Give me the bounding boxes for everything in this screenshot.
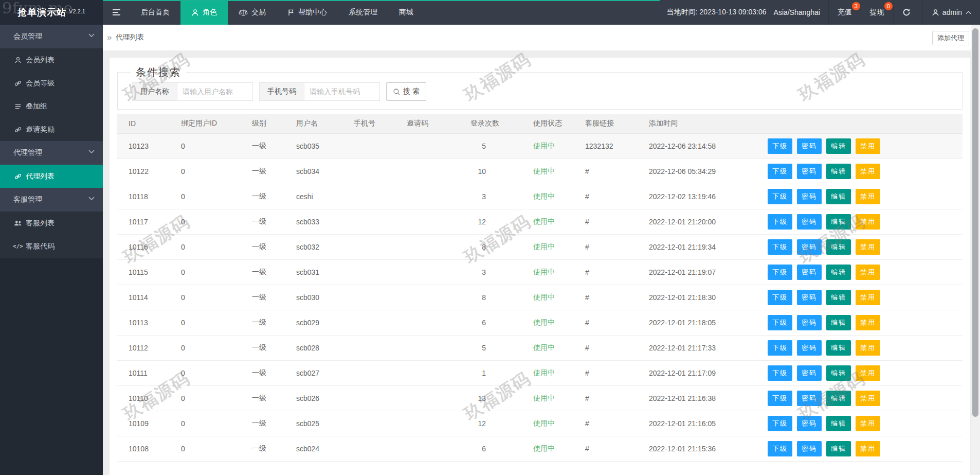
- action-button-编辑[interactable]: 编辑: [826, 164, 851, 179]
- action-button-密码[interactable]: 密码: [797, 290, 822, 305]
- action-button-禁用[interactable]: 禁用: [856, 441, 880, 456]
- action-button-密码[interactable]: 密码: [797, 441, 822, 456]
- nav-item-2[interactable]: 交易: [228, 0, 277, 25]
- cell-phone: [354, 260, 407, 285]
- action-button-禁用[interactable]: 禁用: [856, 416, 880, 431]
- sidebar-item-客服代码[interactable]: </>客服代码: [0, 235, 103, 258]
- action-button-编辑[interactable]: 编辑: [826, 214, 851, 230]
- action-button-禁用[interactable]: 禁用: [856, 365, 880, 381]
- action-button-下级[interactable]: 下级: [768, 265, 792, 280]
- cell-invite_code: [407, 361, 470, 386]
- action-button-编辑[interactable]: 编辑: [826, 416, 851, 431]
- action-button-下级[interactable]: 下级: [768, 290, 792, 305]
- action-button-禁用[interactable]: 禁用: [856, 340, 880, 356]
- refresh-button[interactable]: [893, 0, 922, 25]
- action-button-下级[interactable]: 下级: [768, 315, 792, 330]
- action-button-禁用[interactable]: 禁用: [856, 315, 880, 330]
- nav-item-0[interactable]: 后台首页: [130, 0, 180, 25]
- action-button-禁用[interactable]: 禁用: [856, 391, 880, 406]
- action-button-禁用[interactable]: 禁用: [856, 239, 880, 255]
- action-button-密码[interactable]: 密码: [797, 214, 822, 230]
- action-button-编辑[interactable]: 编辑: [826, 265, 851, 280]
- breadcrumb: 代理列表: [115, 33, 144, 42]
- action-button-下级[interactable]: 下级: [768, 441, 792, 456]
- column-header-5: 邀请码: [407, 114, 470, 134]
- action-button-下级[interactable]: 下级: [768, 416, 792, 431]
- action-button-编辑[interactable]: 编辑: [826, 315, 851, 330]
- user-menu[interactable]: admin: [922, 0, 980, 25]
- action-button-禁用[interactable]: 禁用: [856, 214, 880, 230]
- action-button-下级[interactable]: 下级: [768, 340, 792, 356]
- action-button-密码[interactable]: 密码: [797, 164, 822, 179]
- action-button-编辑[interactable]: 编辑: [826, 290, 851, 305]
- sidebar-item-邀请奖励[interactable]: 邀请奖励: [0, 118, 103, 141]
- chevron-down-icon: [88, 150, 95, 153]
- action-button-编辑[interactable]: 编辑: [826, 340, 851, 356]
- nav-item-4[interactable]: 系统管理: [338, 0, 388, 25]
- action-button-禁用[interactable]: 禁用: [856, 265, 880, 280]
- cell-bind_user_id: 0: [181, 285, 252, 310]
- nav-item-3[interactable]: 帮助中心: [277, 0, 338, 25]
- action-button-密码[interactable]: 密码: [797, 265, 822, 280]
- table-row: 101130一级scb0296使用中#2022-12-01 21:18:05下级…: [117, 310, 963, 336]
- sidebar-item-叠加组[interactable]: 叠加组: [0, 95, 103, 118]
- column-header-4: 手机号: [354, 114, 407, 134]
- action-button-密码[interactable]: 密码: [797, 239, 822, 255]
- sidebar-item-代理列表[interactable]: 代理列表: [0, 165, 103, 188]
- chevron-up-icon: [966, 11, 971, 14]
- username-field-label: 用户名称: [132, 82, 177, 101]
- action-button-禁用[interactable]: 禁用: [856, 189, 880, 204]
- user-icon: [14, 57, 22, 64]
- action-button-密码[interactable]: 密码: [797, 138, 822, 154]
- action-button-下级[interactable]: 下级: [768, 138, 792, 154]
- action-button-密码[interactable]: 密码: [797, 315, 822, 330]
- action-button-编辑[interactable]: 编辑: [826, 189, 851, 204]
- action-button-下级[interactable]: 下级: [768, 239, 792, 255]
- scrollbar-thumb[interactable]: [972, 28, 978, 417]
- sidebar-group-2[interactable]: 客服管理: [0, 188, 103, 212]
- action-button-下级[interactable]: 下级: [768, 189, 792, 204]
- withdraw-button[interactable]: 提现 0: [861, 0, 893, 25]
- action-button-禁用[interactable]: 禁用: [856, 164, 880, 179]
- cell-logins: 12: [470, 411, 533, 436]
- collapse-menu-button[interactable]: [103, 0, 130, 25]
- cell-username: scb025: [296, 411, 354, 436]
- sidebar: 会员管理会员列表会员等级叠加组邀请奖励代理管理代理列表客服管理客服列表</>客服…: [0, 25, 103, 475]
- action-button-禁用[interactable]: 禁用: [856, 138, 880, 154]
- recharge-button[interactable]: 充值 3: [828, 0, 861, 25]
- sidebar-item-会员等级[interactable]: 会员等级: [0, 72, 103, 95]
- cell-actions: 下级密码编辑禁用: [743, 436, 963, 462]
- column-header-1: 绑定用户ID: [181, 114, 252, 134]
- action-button-编辑[interactable]: 编辑: [826, 391, 851, 406]
- action-button-禁用[interactable]: 禁用: [856, 290, 880, 305]
- action-button-编辑[interactable]: 编辑: [826, 138, 851, 154]
- search-button[interactable]: 搜 索: [386, 82, 426, 101]
- action-button-密码[interactable]: 密码: [797, 340, 822, 356]
- action-button-下级[interactable]: 下级: [768, 365, 792, 381]
- link-icon: [14, 173, 22, 180]
- action-button-下级[interactable]: 下级: [768, 164, 792, 179]
- phone-input[interactable]: [304, 82, 380, 101]
- sidebar-item-会员列表[interactable]: 会员列表: [0, 48, 103, 72]
- nav-item-5[interactable]: 商城: [388, 0, 424, 25]
- action-button-编辑[interactable]: 编辑: [826, 441, 851, 456]
- action-button-编辑[interactable]: 编辑: [826, 365, 851, 381]
- action-button-密码[interactable]: 密码: [797, 391, 822, 406]
- sidebar-item-客服列表[interactable]: 客服列表: [0, 212, 103, 235]
- action-button-编辑[interactable]: 编辑: [826, 239, 851, 255]
- vertical-scrollbar[interactable]: [971, 25, 980, 475]
- username-input[interactable]: [177, 82, 253, 101]
- action-button-下级[interactable]: 下级: [768, 214, 792, 230]
- table-row: 101080一级scb0246使用中#2022-12-01 21:15:36下级…: [117, 436, 963, 462]
- action-button-密码[interactable]: 密码: [797, 416, 822, 431]
- cell-created: 2022-12-01 21:16:05: [649, 411, 743, 436]
- add-agent-button[interactable]: 添加代理: [932, 31, 969, 45]
- action-button-密码[interactable]: 密码: [797, 365, 822, 381]
- breadcrumb-icon: »: [107, 32, 112, 43]
- sidebar-group-0[interactable]: 会员管理: [0, 25, 103, 48]
- nav-item-1[interactable]: 角色: [180, 0, 228, 25]
- sidebar-group-1[interactable]: 代理管理: [0, 141, 103, 165]
- cell-id: 10110: [117, 386, 181, 411]
- action-button-下级[interactable]: 下级: [768, 391, 792, 406]
- action-button-密码[interactable]: 密码: [797, 189, 822, 204]
